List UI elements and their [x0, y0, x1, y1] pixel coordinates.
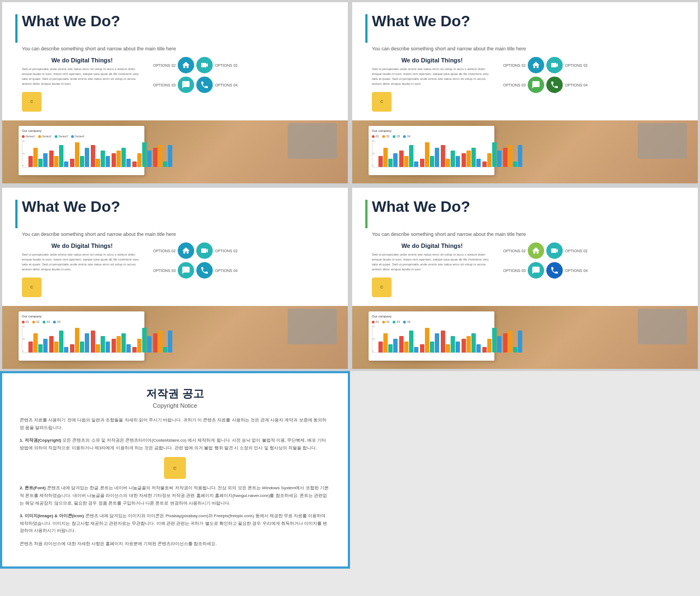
slide-1-chart: Our company Series1 Series2 Series3 Seri…	[19, 126, 144, 175]
slide-3-bottom: Our company S1 S2 S3 S4 50 25 0	[2, 306, 348, 369]
cg4	[91, 145, 110, 167]
opt-icons-r2-2	[528, 77, 563, 93]
camera-icon-4	[546, 242, 563, 259]
slide-4-bottom: Our company S1 S2 S3 S4 50 25 0	[352, 306, 698, 369]
cg3	[70, 142, 89, 167]
slide-3-chart: Our company S1 S2 S3 S4 50 25 0	[19, 311, 144, 361]
slide-2-logo: C	[372, 92, 392, 112]
home-icon-2	[528, 57, 544, 73]
slide-4-text-block: We do Digital Things! Sed ut perspiciati…	[372, 242, 492, 297]
copyright-s2-title: 2. 폰트(Font)	[20, 485, 46, 490]
slide-1-bottom: Our company Series1 Series2 Series3 Seri…	[2, 120, 348, 183]
legend-1-s2: Series2	[38, 135, 51, 138]
slide-1-laptop	[288, 123, 337, 159]
chat-icon-2	[528, 77, 544, 93]
legend-1-s3: Series3	[55, 135, 68, 138]
slide-4-options: OPTIONS 02 OPTIONS 02 OPTIONS 03	[503, 242, 587, 279]
slide-2-body: Sed ut perspiciatis unde omnis iste natu…	[372, 67, 492, 86]
copyright-inner: 저작권 공고 Copyright Notice 콘텐츠 자료를 사용하기 전에 …	[2, 373, 348, 566]
slide-1-content: We do Digital Things! Sed ut perspiciati…	[22, 57, 335, 112]
slide-1-title-bar	[15, 14, 18, 43]
chart-legend-2: S1 S2 S3 S4	[372, 135, 491, 138]
copyright-logo: C	[164, 457, 186, 479]
slide-2-top: What We Do? You can describe something s…	[352, 2, 698, 120]
copyright-s1: 1. 저작권(Copyright) 모든 콘텐츠의 소유 및 저작권은 콘텐츠타…	[20, 437, 330, 452]
option-label-02-left-1: OPTIONS 02	[153, 63, 176, 67]
copyright-footer: 콘텐츠 처음 라이선스에 대한 자세한 사항은 홈페이지 자료분에 기재된 콘텐…	[20, 540, 330, 548]
slide-1-top: What We Do? You can describe something s…	[2, 2, 348, 120]
slide-2-subtitle: You can describe something short and nar…	[372, 46, 685, 51]
main-grid: What We Do? You can describe something s…	[0, 0, 700, 569]
option-label-02-right-1: OPTIONS 02	[215, 63, 237, 67]
opt-02-l-4: OPTIONS 02	[503, 249, 526, 253]
copyright-s3-title: 3. 이미지(Image) & 아이콘(Icon)	[20, 513, 84, 518]
slide-4-top: What We Do? You can describe something s…	[352, 188, 698, 306]
slide-1: What We Do? You can describe something s…	[2, 2, 348, 183]
slide-2-title-bar	[365, 14, 368, 43]
opt-icons-r1-4	[528, 242, 563, 259]
slide-3-title-bar	[15, 200, 18, 228]
slide-3-digital-title: We do Digital Things!	[22, 242, 142, 249]
opt-icons-r2-3	[178, 262, 213, 279]
slide-3-laptop	[288, 309, 337, 344]
opt-02-r-3: OPTIONS 02	[215, 249, 237, 253]
legend-1-s1: Series1	[22, 135, 35, 138]
option-label-03-left-1: OPTIONS 03	[153, 83, 176, 87]
slide-4-content: We do Digital Things! Sed ut perspiciati…	[372, 242, 685, 297]
slide-1-options: OPTIONS 02 OPTIONS 02 OPTIONS 03	[153, 57, 237, 93]
slide-1-body: Sed ut perspiciatis unde omnis iste natu…	[22, 67, 142, 86]
chart-title-2: Our company	[372, 129, 491, 132]
slide-1-title-container: What We Do?	[15, 13, 335, 43]
slide-4-logo: C	[372, 277, 392, 297]
phone-icon-3	[196, 262, 213, 279]
copyright-s2: 2. 폰트(Font) 콘텐츠 내에 담겨있는 한글 폰트는 네이버 나눔글꼴의…	[20, 484, 330, 507]
chat-icon-4	[528, 262, 544, 279]
copyright-s2-text: 콘텐츠 내에 담겨있는 한글 폰트는 네이버 나눔글꼴의 저작물로써 저작권이 …	[20, 485, 329, 505]
slide-3: What We Do? You can describe something s…	[2, 188, 348, 369]
chart-title-4: Our company	[372, 315, 491, 318]
slide-1-digital-title: We do Digital Things!	[22, 57, 142, 63]
legend-1-s4: Series4	[71, 135, 84, 138]
chart-bars-3: 50 25 0	[22, 326, 141, 353]
slide-1-text-block: We do Digital Things! Sed ut perspiciati…	[22, 57, 142, 112]
slide-4-subtitle: You can describe something short and nar…	[372, 232, 685, 237]
camera-icon-1	[196, 57, 213, 73]
slide-2-laptop	[638, 123, 687, 159]
chat-icon-3	[178, 262, 194, 279]
slide-3-text-block: We do Digital Things! Sed ut perspiciati…	[22, 242, 142, 297]
slide-2-chart: Our company S1 S2 S3 S4 50 25 0	[369, 126, 494, 175]
opt-04-r-2: OPTIONS 04	[565, 83, 587, 87]
chart-bars-4: 50 25 0	[372, 326, 491, 353]
chart-title-1: Our company	[22, 129, 141, 132]
empty-bottom-right	[350, 371, 700, 569]
chart-legend-4: S1 S2 S3 S4	[372, 320, 491, 323]
slide-3-title-container: What We Do?	[15, 199, 335, 228]
cg6	[132, 142, 151, 167]
opt-02-r-4: OPTIONS 02	[565, 249, 587, 253]
phone-icon-4	[546, 262, 563, 279]
cg1	[28, 148, 48, 167]
chart-title-3: Our company	[22, 315, 141, 318]
slide-4-title: What We Do?	[372, 199, 470, 216]
option-icons-row1-1	[178, 57, 213, 73]
slide-2-options: OPTIONS 02 OPTIONS 02 OPTIONS 03	[503, 57, 587, 93]
opt-02-l-3: OPTIONS 02	[153, 249, 176, 253]
slide-2-title-container: What We Do?	[365, 13, 685, 43]
slide-2-digital-title: We do Digital Things!	[372, 57, 492, 63]
camera-icon-3	[196, 242, 213, 259]
copyright-s1-text: 모든 콘텐츠의 소유 및 저작권은 콘텐츠타이어(Contentstaire.c…	[20, 438, 326, 450]
slide-1-subtitle: You can describe something short and nar…	[22, 46, 335, 51]
slide-4-digital-title: We do Digital Things!	[372, 242, 492, 249]
opt-icons-r1-3	[178, 242, 213, 259]
slide-2: What We Do? You can describe something s…	[352, 2, 698, 183]
opt-04-r-3: OPTIONS 04	[215, 269, 237, 273]
option-icons-row2-1	[178, 77, 213, 93]
phone-icon-1	[196, 77, 213, 93]
opt-02-r-2: OPTIONS 02	[565, 63, 587, 67]
slide-4-laptop	[638, 309, 687, 344]
slide-3-subtitle: You can describe something short and nar…	[22, 232, 335, 237]
home-icon-1	[178, 57, 194, 73]
slide-4: What We Do? You can describe something s…	[352, 188, 698, 369]
camera-icon-2	[546, 57, 563, 73]
opt-02-l-2: OPTIONS 02	[503, 63, 526, 67]
